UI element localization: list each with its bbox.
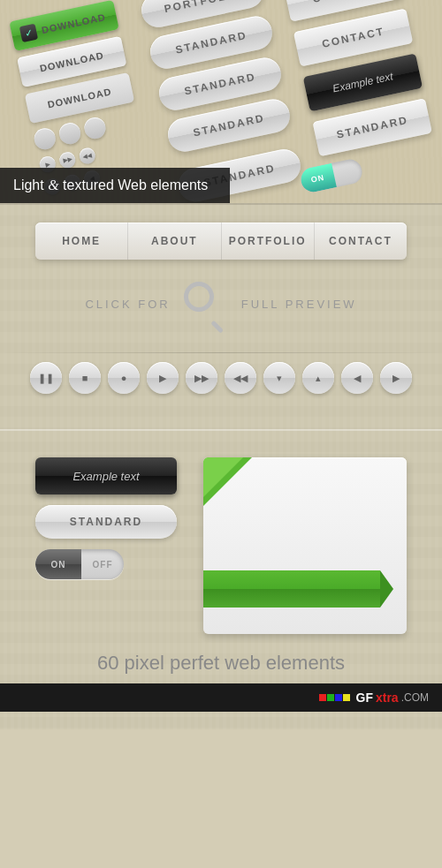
nav-about[interactable]: ABOUT (128, 223, 221, 260)
standard-label-2: STANDARD (183, 71, 257, 98)
toggle-large[interactable]: ON OFF (35, 549, 124, 579)
standard-large-label: STANDARD (70, 516, 142, 528)
nav-contact[interactable]: CONTACT (315, 223, 407, 260)
toggle-small[interactable]: ON (299, 157, 364, 194)
up-icon: ▴ (316, 373, 321, 384)
stop-icon: ■ (82, 373, 88, 383)
ampersand: & (48, 177, 58, 192)
fast-forward-icon: ▶▶ (194, 373, 209, 384)
next-icon: ▶ (392, 373, 400, 384)
nav-bar: HOME ABOUT PORTFOLIO CONTACT (35, 223, 407, 260)
banner: Light & textured Web elements (0, 168, 230, 203)
preview-area[interactable]: CLICK FOR FULL PREVIEW (0, 260, 442, 348)
rw-small-button[interactable]: ◀◀ (78, 147, 96, 165)
download-flat-label: DOWNLOAD (47, 86, 113, 109)
card-ribbon (203, 570, 380, 608)
standard-contact-label: STANDARD (335, 114, 409, 141)
media-controls: ❚❚ ■ ● ▶ ▶▶ ◀◀ ▾ ▴ ◀ ▶ (0, 358, 442, 411)
play-button[interactable]: ▶ (147, 362, 179, 394)
down-icon: ▾ (277, 373, 282, 384)
record-button[interactable]: ● (108, 362, 140, 394)
banner-text: Light & textured Web elements (13, 177, 208, 193)
up-button[interactable]: ▴ (302, 362, 334, 394)
bottom-section: Example text STANDARD ON OFF 60 pi (0, 430, 442, 729)
contact-label-2: CONTACT (321, 25, 385, 50)
record-icon: ● (121, 373, 127, 383)
toggle-off-label: OFF (81, 549, 124, 579)
search-circle (184, 282, 214, 312)
contact-label-1: CONTACT (311, 0, 376, 5)
footer: GF xtra .COM (0, 683, 442, 712)
nav-portfolio[interactable]: PORTFOLIO (222, 223, 315, 260)
stop-button[interactable]: ■ (69, 362, 101, 394)
play-icon: ▶ (159, 373, 166, 384)
top-section: ✓ DOWNLOAD DOWNLOAD DOWNLOAD ▶ ▶▶ ◀◀ ▼ ▲… (0, 0, 442, 203)
prev-icon: ◀ (354, 373, 361, 384)
toggle-on-part: ON (299, 163, 337, 194)
prev-button[interactable]: ◀ (341, 362, 373, 394)
search-icon (184, 282, 228, 326)
toggle-on-label: ON (35, 549, 81, 579)
download-green-label: DOWNLOAD (41, 11, 107, 35)
dark-example-large-button[interactable]: Example text (35, 457, 177, 494)
down-button[interactable]: ▾ (263, 362, 295, 394)
contact-column: CONTACT CONTACT Example text STANDARD (284, 0, 432, 156)
bottom-left-column: Example text STANDARD ON OFF (35, 457, 177, 634)
bottom-right-column (203, 457, 407, 634)
nav-home[interactable]: HOME (35, 223, 128, 260)
download-gray-label: DOWNLOAD (39, 49, 105, 73)
dark-example-large-label: Example text (72, 470, 139, 483)
dark-example-label: Example text (332, 70, 394, 94)
next-button[interactable]: ▶ (380, 362, 412, 394)
standard-label-3: STANDARD (192, 112, 266, 140)
download-column: ✓ DOWNLOAD DOWNLOAD DOWNLOAD ▶ ▶▶ ◀◀ ▼ ▲… (9, 0, 149, 196)
radio-button-1[interactable] (33, 126, 57, 151)
rewind-icon: ◀◀ (233, 373, 248, 384)
search-handle (210, 321, 224, 334)
corner-fold (203, 457, 256, 510)
ff-small-button[interactable]: ▶▶ (58, 151, 77, 170)
ribbon-card (203, 457, 407, 634)
radio-button-3[interactable] (82, 116, 107, 140)
rewind-button[interactable]: ◀◀ (225, 362, 256, 394)
portfolio-label: PORTFOLIO (164, 0, 242, 15)
footer-gf: GF (356, 691, 373, 705)
click-for-text: CLICK FOR (85, 298, 170, 311)
pause-icon: ❚❚ (38, 373, 54, 384)
middle-section: HOME ABOUT PORTFOLIO CONTACT CLICK FOR F… (0, 203, 442, 430)
check-icon: ✓ (19, 24, 38, 42)
footer-com: .COM (401, 691, 429, 704)
fast-forward-button[interactable]: ▶▶ (186, 362, 217, 394)
pause-button[interactable]: ❚❚ (30, 362, 62, 394)
standard-label-1: STANDARD (174, 29, 248, 57)
radio-button-2[interactable] (57, 121, 82, 146)
tagline: 60 pixel perfet web elements (0, 634, 442, 683)
footer-logo: GF xtra .COM (319, 691, 429, 705)
footer-xtra: xtra (376, 691, 399, 705)
standard-large-button[interactable]: STANDARD (35, 505, 177, 539)
divider-1 (0, 352, 442, 353)
full-preview-text: FULL PREVIEW (241, 298, 357, 311)
bottom-content: Example text STANDARD ON OFF (0, 457, 442, 634)
